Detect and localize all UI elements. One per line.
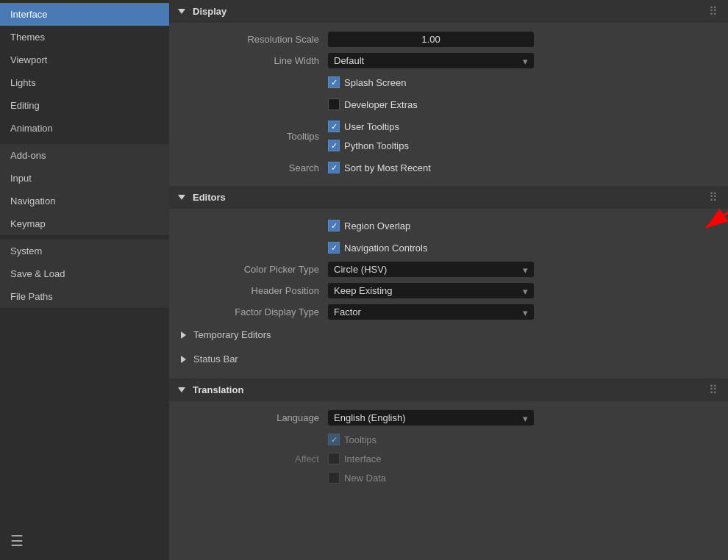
tooltips-checkboxes: User Tooltips Python Tooltips [328, 118, 716, 154]
language-select[interactable]: English (English) Français Deutsch Españ… [328, 410, 534, 426]
display-section-body: Resolution Scale Line Width Default [169, 23, 728, 184]
color-picker-type-select[interactable]: Circle (HSV) Square (HSV) Square (HSL) S… [328, 262, 534, 277]
splash-screen-value: Splash Screen [328, 74, 716, 90]
display-collapse-icon [178, 9, 185, 14]
navigation-controls-checkbox[interactable] [328, 242, 340, 254]
sidebar-item-input[interactable]: Input [0, 167, 169, 190]
line-width-select[interactable]: Default Thin Thick [328, 53, 534, 68]
python-tooltips-checkbox[interactable] [328, 140, 340, 151]
sidebar-item-themes[interactable]: Themes [0, 26, 169, 49]
sidebar-item-addons[interactable]: Add-ons [0, 144, 169, 167]
navigation-controls-value: Navigation Controls [328, 240, 716, 256]
sort-by-most-recent-row: Sort by Most Recent [328, 159, 716, 176]
developer-extras-label: Developer Extras [344, 99, 418, 110]
translation-section-header[interactable]: Translation ⠿ [169, 378, 728, 401]
temporary-editors-label: Temporary Editors [193, 329, 271, 340]
display-section-dots: ⠿ [709, 4, 719, 18]
affect-tooltips-checkbox[interactable] [328, 434, 340, 445]
sidebar-item-lights[interactable]: Lights [0, 71, 169, 94]
sort-by-most-recent-label: Sort by Most Recent [344, 162, 431, 173]
status-bar-label: Status Bar [193, 353, 238, 365]
affect-interface-checkbox[interactable] [328, 453, 340, 464]
status-bar-expand-icon [181, 356, 186, 363]
temporary-editors-header[interactable]: Temporary Editors [181, 326, 716, 343]
header-position-label: Header Position [181, 285, 328, 296]
affect-value: Tooltips Interface New Data [328, 431, 716, 486]
editors-section-title: Editors [193, 192, 226, 203]
tooltips-row: Tooltips User Tooltips Python Tooltips [169, 115, 728, 157]
tooltips-value: User Tooltips Python Tooltips [328, 118, 716, 154]
resolution-scale-value-wrapper [328, 32, 716, 47]
region-overlap-checkbox-row: Region Overlap [328, 218, 716, 234]
sidebar-item-keymap[interactable]: Keymap [0, 212, 169, 235]
resolution-scale-row: Resolution Scale [169, 29, 728, 50]
language-value-wrapper: English (English) Français Deutsch Españ… [328, 410, 716, 426]
user-tooltips-checkbox[interactable] [328, 121, 340, 132]
display-section-title: Display [193, 6, 226, 17]
display-section-header[interactable]: Display ⠿ [169, 0, 728, 23]
line-width-label: Line Width [181, 55, 328, 66]
color-picker-type-value-wrapper: Circle (HSV) Square (HSV) Square (HSL) S… [328, 262, 716, 277]
developer-extras-checkbox-row: Developer Extras [328, 96, 716, 112]
main-content: Display ⠿ Resolution Scale Line Width [169, 0, 728, 511]
editors-section: Editors ⠿ Region Overlap [169, 186, 728, 377]
user-tooltips-label: User Tooltips [344, 121, 399, 132]
navigation-controls-label: Navigation Controls [344, 243, 427, 254]
splash-screen-row: Splash Screen [169, 71, 728, 93]
factor-display-type-row: Factor Display Type Factor Percentage [169, 301, 728, 323]
sidebar: Interface Themes Viewport Lights Editing… [0, 0, 169, 560]
color-picker-type-row: Color Picker Type Circle (HSV) Square (H… [169, 259, 728, 280]
translation-section-title-group: Translation [178, 384, 243, 395]
splash-screen-checkbox[interactable] [328, 76, 340, 88]
sidebar-item-viewport[interactable]: Viewport [0, 49, 169, 71]
developer-extras-checkbox[interactable] [328, 98, 340, 110]
sidebar-item-file-paths[interactable]: File Paths [0, 285, 169, 308]
developer-extras-row: Developer Extras [169, 93, 728, 115]
search-row: Search Sort by Most Recent [169, 157, 728, 179]
affect-checkboxes: Tooltips Interface New Data [328, 431, 716, 486]
header-position-select-wrapper: Keep Existing Top Bottom [328, 283, 534, 298]
sidebar-item-animation[interactable]: Animation [0, 117, 169, 140]
translation-section-title: Translation [193, 384, 243, 395]
display-section: Display ⠿ Resolution Scale Line Width [169, 0, 728, 184]
affect-interface-row: Interface [328, 450, 382, 467]
color-picker-type-label: Color Picker Type [181, 264, 328, 275]
navigation-controls-checkbox-row: Navigation Controls [328, 240, 716, 256]
sidebar-item-interface[interactable]: Interface [0, 3, 169, 26]
translation-section: Translation ⠿ Language English (English)… [169, 378, 728, 495]
sort-by-most-recent-checkbox[interactable] [328, 162, 340, 173]
temporary-editors-subsection: Temporary Editors [169, 323, 728, 347]
line-width-select-wrapper: Default Thin Thick [328, 53, 534, 68]
editors-section-header[interactable]: Editors ⠿ [169, 186, 728, 209]
search-value: Sort by Most Recent [328, 159, 716, 176]
affect-new-data-checkbox[interactable] [328, 472, 340, 484]
factor-display-type-select[interactable]: Factor Percentage [328, 304, 534, 320]
temporary-editors-expand-icon [181, 331, 186, 339]
affect-row: Affect Tooltips Interface [169, 428, 728, 489]
sidebar-item-navigation[interactable]: Navigation [0, 190, 169, 212]
factor-display-type-label: Factor Display Type [181, 306, 328, 317]
affect-tooltips-row: Tooltips [328, 431, 377, 448]
sidebar-item-editing[interactable]: Editing [0, 94, 169, 117]
language-row: Language English (English) Français Deut… [169, 407, 728, 428]
sidebar-item-save-load[interactable]: Save & Load [0, 262, 169, 285]
affect-label: Affect [181, 453, 328, 464]
splash-screen-label: Splash Screen [344, 77, 407, 88]
hamburger-button[interactable]: ☰ [0, 525, 169, 557]
region-overlap-value: Region Overlap [328, 218, 716, 234]
main-content-wrapper: Display ⠿ Resolution Scale Line Width [169, 0, 728, 560]
region-overlap-checkbox[interactable] [328, 220, 340, 231]
affect-tooltips-label: Tooltips [344, 434, 377, 445]
translation-section-dots: ⠿ [709, 383, 719, 397]
translation-collapse-icon [178, 387, 185, 392]
resolution-scale-input[interactable] [328, 32, 534, 47]
affect-new-data-row: New Data [328, 470, 386, 486]
user-tooltips-row: User Tooltips [328, 118, 399, 134]
resolution-scale-label: Resolution Scale [181, 34, 328, 45]
status-bar-header[interactable]: Status Bar [181, 351, 716, 367]
editors-section-title-group: Editors [178, 192, 226, 203]
navigation-controls-row: Navigation Controls [169, 237, 728, 259]
header-position-select[interactable]: Keep Existing Top Bottom [328, 283, 534, 298]
sidebar-item-system[interactable]: System [0, 240, 169, 262]
editors-section-dots: ⠿ [709, 190, 719, 204]
